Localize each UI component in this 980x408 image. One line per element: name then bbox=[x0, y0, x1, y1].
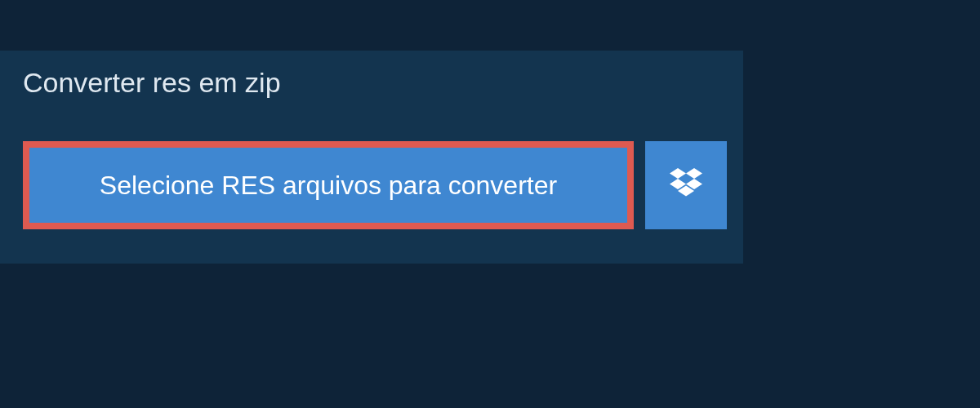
dropbox-icon bbox=[670, 168, 702, 202]
action-row: Selecione RES arquivos para converter bbox=[0, 115, 743, 264]
dropbox-button[interactable] bbox=[645, 141, 727, 229]
converter-panel: Converter res em zip Selecione RES arqui… bbox=[0, 51, 743, 264]
select-files-button[interactable]: Selecione RES arquivos para converter bbox=[23, 141, 634, 229]
page-title: Converter res em zip bbox=[0, 51, 312, 115]
select-files-label: Selecione RES arquivos para converter bbox=[100, 171, 557, 201]
